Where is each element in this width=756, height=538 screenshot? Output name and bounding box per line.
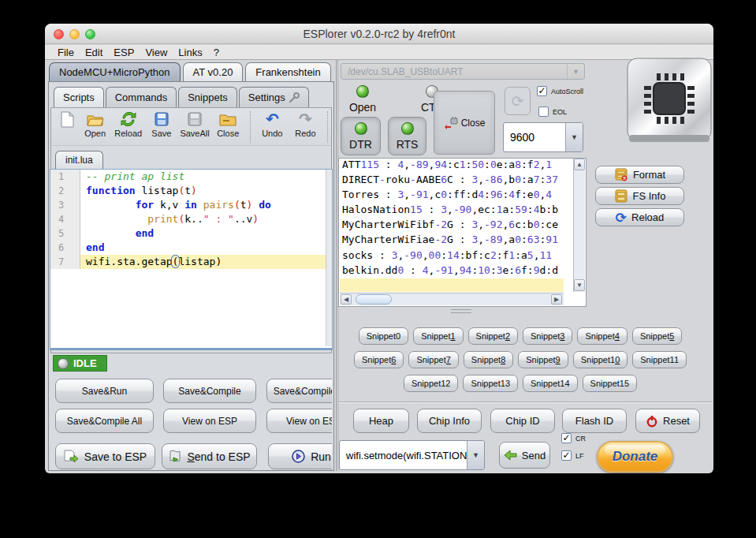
terminal-output[interactable]: ATT115 : 4,-89,94:c1:50:0e:a8:f2,1DIRECT… [340, 157, 564, 278]
code-line-7[interactable]: 7wifi.sta.getap(listap) [50, 255, 332, 269]
scroll-up-icon[interactable]: ▲ [574, 159, 585, 170]
menu-item-links[interactable]: Links [173, 47, 207, 58]
save-run-button[interactable]: Save&Run [55, 379, 154, 403]
fs-info-button[interactable]: FS Info [595, 187, 684, 205]
sub-tab-commands[interactable]: Commands [106, 87, 177, 107]
run-button[interactable]: Run [268, 443, 332, 469]
terminal-text: , [404, 159, 410, 170]
snippet8-button[interactable]: Snippet8 [464, 351, 513, 368]
terminal-number: 94 [460, 264, 472, 276]
hscroll-thumb[interactable] [356, 294, 392, 304]
toolbar-c[interactable]: C [322, 110, 331, 138]
toolbar-open[interactable]: Open [80, 110, 110, 138]
snippet-row-3: Snippet12Snippet13Snippet14Snippet15 [339, 375, 702, 393]
save-compile-run-button[interactable]: Save&Compile&Ru [266, 379, 332, 403]
reload-button[interactable]: ⟳Reload [595, 208, 684, 226]
heap-button[interactable]: Heap [353, 409, 409, 433]
snippet12-button[interactable]: Snippet12 [404, 375, 459, 392]
snippet10-button[interactable]: Snippet10 [573, 351, 628, 368]
code-line-3[interactable]: 3 for k,v in pairs(t) do [50, 198, 332, 212]
toolbar-close[interactable]: Close [214, 110, 243, 138]
snippet14-button[interactable]: Snippet14 [523, 375, 578, 392]
scroll-left-icon[interactable]: ◀ [341, 294, 352, 304]
toolbar-save[interactable]: Save [147, 110, 176, 138]
resize-grip[interactable] [451, 309, 471, 313]
serial-port-combobox[interactable]: /dev/cu.SLAB_USBtoUART ▼ [341, 63, 585, 80]
toolbar-new-file[interactable] [58, 110, 76, 129]
terminal-line: MyCharterWiFibf-2G : 3,-92,6c:b0:ce [342, 217, 564, 232]
chip-info-button[interactable]: Chip Info [417, 409, 482, 433]
send-button[interactable]: Send [499, 442, 550, 469]
refresh-ports-button[interactable]: ⟳ [505, 87, 531, 115]
menu-item-file[interactable]: File [53, 47, 79, 58]
dtr-toggle-button[interactable]: DTR [341, 117, 381, 155]
sub-tab-snippets[interactable]: Snippets [178, 87, 237, 107]
toolbar-saveall[interactable]: SaveAll [180, 110, 209, 138]
close-port-button[interactable]: Close [434, 91, 495, 155]
save-compile-button[interactable]: Save&Compile [163, 379, 256, 403]
sub-tab-settings[interactable]: Settings [239, 87, 309, 107]
eol-checkbox[interactable] [538, 106, 549, 117]
code-line-4[interactable]: 4 print(k.." : "..v) [50, 212, 332, 226]
main-tab-0[interactable]: NodeMCU+MicroPython [49, 62, 181, 81]
menu-item-edit[interactable]: Edit [80, 47, 107, 58]
send-to-esp-button[interactable]: Send to ESP [162, 443, 257, 469]
flash-id-button[interactable]: Flash ID [562, 409, 627, 433]
lf-checkbox[interactable]: ✓ [561, 450, 572, 461]
editor-scrollbar[interactable] [326, 170, 332, 346]
terminal-text: MyCharterWiFibf [342, 219, 434, 230]
sub-tab-scripts[interactable]: Scripts [54, 87, 104, 107]
code-line-5[interactable]: 5 end [50, 226, 332, 241]
toolbar-reload[interactable]: Reload [114, 110, 143, 138]
snippet4-button[interactable]: Snippet4 [577, 327, 627, 345]
terminal-panel[interactable]: ATT115 : 4,-89,94:c1:50:0e:a8:f2,1DIRECT… [338, 158, 587, 307]
snippet7-button[interactable]: Snippet7 [408, 351, 458, 368]
menu-item-help[interactable]: ? [209, 47, 224, 58]
autoscroll-checkbox[interactable]: ✓ [537, 86, 547, 96]
snippet1-button[interactable]: Snippet1 [413, 327, 463, 345]
menu-item-esp[interactable]: ESP [109, 47, 139, 58]
code-line-1[interactable]: 1-- print ap list [50, 170, 332, 184]
code-line-2[interactable]: 2function listap(t) [50, 184, 332, 198]
snippet9-button[interactable]: Snippet9 [518, 351, 568, 368]
button-label: Send to ESP [187, 450, 250, 463]
terminal-line: HalosNation15 : 3,-90,ec:1a:59:4b:b [342, 202, 564, 217]
command-value: wifi.setmode(wifi.STATION) [340, 450, 467, 461]
toolbar-undo[interactable]: ↶Undo [258, 110, 287, 138]
view-on-esp-2-button[interactable]: View on ESP [266, 409, 332, 433]
code-line-6[interactable]: 6end [50, 241, 332, 255]
terminal-hscrollbar[interactable]: ◀ ▶ [340, 293, 564, 305]
snippet5-button[interactable]: Snippet5 [632, 327, 682, 345]
menu-item-view[interactable]: View [140, 47, 172, 58]
toolbar-redo[interactable]: ↷Redo [291, 110, 320, 138]
main-tab-1[interactable]: AT v0.20 [183, 62, 244, 81]
save-compile-all-button[interactable]: Save&Compile All [55, 409, 154, 433]
format-button[interactable]: Format [595, 166, 684, 184]
snippet3-button[interactable]: Snippet3 [523, 327, 572, 345]
main-tab-2[interactable]: Frankenshtein [245, 62, 330, 81]
chip-id-button[interactable]: Chip ID [490, 409, 555, 433]
snippet13-button[interactable]: Snippet13 [463, 375, 518, 392]
snippet11-button[interactable]: Snippet11 [632, 351, 687, 368]
snippet15-button[interactable]: Snippet15 [583, 375, 638, 392]
title-bar[interactable]: ESPlorer v0.2.0-rc2 by 4refr0nt [45, 24, 713, 44]
snippet0-button[interactable]: Snippet0 [359, 327, 408, 345]
tab-init-lua[interactable]: init.lua [55, 151, 103, 169]
scroll-down-icon[interactable]: ▼ [574, 279, 585, 291]
reset-button[interactable]: Reset [635, 409, 700, 433]
baud-combobox[interactable]: 9600 ▼ [503, 122, 583, 152]
cr-checkbox[interactable]: ✓ [561, 433, 572, 443]
code-editor[interactable]: 1-- print ap list2function listap(t)3 fo… [50, 169, 333, 350]
command-combobox[interactable]: wifi.setmode(wifi.STATION) ▼ [339, 440, 485, 470]
terminal-text: :bf:c [460, 249, 490, 261]
snippet2-button[interactable]: Snippet2 [468, 327, 518, 345]
scroll-right-icon[interactable]: ▶ [551, 294, 562, 304]
rts-toggle-button[interactable]: RTS [388, 117, 426, 155]
save-to-esp-button[interactable]: Save to ESP [55, 443, 155, 469]
terminal-vscrollbar[interactable]: ▲ ▼ [573, 159, 585, 292]
mnemonic-char: S [187, 450, 194, 463]
view-on-esp-button[interactable]: View on ESP [163, 409, 256, 433]
snippet6-button[interactable]: Snippet6 [354, 351, 404, 368]
terminal-text: : [527, 204, 534, 215]
donate-button[interactable]: Donate [597, 441, 673, 473]
